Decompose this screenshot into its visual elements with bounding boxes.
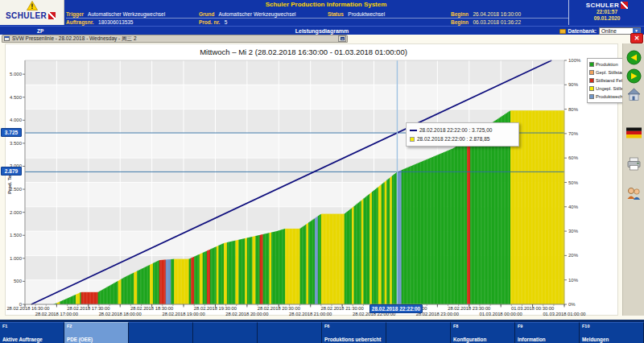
svg-text:40%: 40% (568, 205, 579, 209)
home-icon[interactable] (626, 87, 642, 102)
function-key-bar: F1Aktive AuftraegeF2PDE (OEE)F6Produktio… (0, 320, 644, 343)
clock-box: SCHULER 22:01:57 09.01.2020 (570, 0, 644, 25)
german-flag-icon[interactable] (626, 127, 642, 138)
svg-text:60%: 60% (568, 155, 579, 160)
legend-swatch (589, 78, 594, 83)
svg-text:01.03.2018 00:30:00: 01.03.2018 00:30:00 (511, 306, 554, 311)
window-icon (4, 36, 10, 41)
database-folder-icon (559, 29, 566, 34)
svg-text:4.000: 4.000 (10, 118, 23, 122)
svg-text:28.02.2018 19:30:00: 28.02.2018 19:30:00 (194, 306, 237, 311)
svg-text:2.000: 2.000 (10, 210, 23, 215)
y-axis-cursor-badge: 3.725 (1, 128, 22, 137)
svg-text:5.000: 5.000 (10, 72, 23, 76)
svg-text:28.02.2018 20:00:00: 28.02.2018 20:00:00 (225, 312, 268, 316)
svg-text:28.02.2018 18:00:00: 28.02.2018 18:00:00 (99, 312, 142, 316)
chart-card: 05001.0001.5002.0002.5003.0003.5004.0004… (5, 43, 618, 316)
legend-item: Gepl. Stillstand (589, 68, 625, 76)
field-grund: Grund Automatischer Werkzeugwechsel (199, 11, 296, 17)
schuler-logo-right: SCHULER (570, 2, 644, 9)
page-title: Leistungsdiagramm (0, 28, 644, 34)
fkey-empty[interactable] (386, 322, 451, 343)
legend-swatch (589, 70, 594, 75)
fkey-empty[interactable] (258, 322, 322, 343)
system-title: Schuler Production Information System (193, 1, 459, 8)
tool-strip (622, 43, 644, 316)
svg-text:100%: 100% (568, 58, 581, 63)
restore-button[interactable] (338, 35, 346, 42)
clock-time: 22:01:57 (570, 9, 644, 15)
svg-text:10%: 10% (568, 278, 579, 283)
fkey-f8-button[interactable]: F8Konfiguration (451, 322, 515, 343)
chart-tooltip: 28.02.2018 22:22:00 : 3.725,0028.02.2018… (406, 122, 519, 147)
svg-text:0%: 0% (568, 302, 576, 307)
users-icon[interactable] (626, 186, 642, 201)
legend-label: Produktion (596, 62, 618, 67)
y-axis-cursor-badge: 2.879 (1, 167, 22, 176)
chart-title: Mittwoch – Mi 2 (28.02.2018 16:30:00 - 0… (6, 48, 601, 56)
svg-text:01.03.2018 01:00:00: 01.03.2018 01:00:00 (543, 312, 585, 316)
fkey-f9-button[interactable]: F9Information (515, 322, 580, 343)
fkey-empty[interactable] (193, 322, 258, 343)
svg-text:28.02.2018 21:30:00: 28.02.2018 21:30:00 (321, 306, 364, 311)
database-control: Datenbank: Online ▼ (559, 27, 641, 35)
fkey-f10-button[interactable]: F10Meldungen (580, 322, 644, 343)
svg-text:20%: 20% (568, 253, 579, 258)
header-vertical-divider (568, 0, 569, 25)
legend-swatch (589, 94, 594, 99)
tooltip-row: 28.02.2018 22:22:00 : 3.725,00 (410, 126, 515, 134)
forward-icon[interactable] (626, 68, 642, 84)
svg-text:28.02.2018 23:30:00: 28.02.2018 23:30:00 (448, 306, 490, 311)
svg-text:28.02.2018 16:30:00: 28.02.2018 16:30:00 (6, 306, 49, 311)
field-beginn-1: Beginn 26.04.2018 16:30:00 (451, 11, 521, 17)
schuler-logo-box: SCHULER (0, 0, 64, 25)
legend-swatch (589, 62, 594, 67)
fkey-f1-button[interactable]: F1Aktive Auftraege (0, 322, 64, 343)
performance-chart[interactable]: 05001.0001.5002.0002.5003.0003.5004.0004… (6, 44, 619, 316)
fkey-f2-button[interactable]: F2PDE (OEE) (64, 322, 129, 343)
schuler-mark-icon (48, 12, 56, 19)
x-axis-cursor-badge: 28.02.2018 22:22:00 (369, 304, 423, 313)
app-root: SCHULER Schuler Production Information S… (0, 0, 644, 343)
schuler-logo-text: SCHULER (6, 11, 47, 20)
legend-item: Produktion (589, 60, 625, 68)
svg-text:1.500: 1.500 (10, 233, 23, 238)
database-label: Datenbank: (568, 28, 597, 34)
svg-text:3.500: 3.500 (10, 141, 23, 146)
svg-text:28.02.2018 20:30:00: 28.02.2018 20:30:00 (258, 306, 300, 311)
legend-item: Produktwechsel (589, 93, 625, 101)
svg-text:1.000: 1.000 (10, 256, 23, 261)
svg-text:90%: 90% (568, 82, 579, 87)
database-value: Online (600, 28, 633, 35)
warning-icon (27, 1, 38, 10)
svg-text:500: 500 (14, 279, 23, 283)
clock-date: 09.01.2020 (570, 15, 644, 22)
nav-bar: ZP Leistungsdiagramm Datenbank: Online ▼ (0, 26, 644, 35)
window-title: SVW Pressenlinie - 28.02.2018 - Wednesda… (12, 35, 338, 43)
legend-item: Stillstand Fehler (589, 76, 625, 85)
svg-text:28.02.2018 18:30:00: 28.02.2018 18:30:00 (130, 306, 173, 311)
svg-text:01.03.2018 00:00:00: 01.03.2018 00:00:00 (480, 312, 522, 316)
legend-item: Ungepl. Stillstand (589, 85, 625, 93)
svg-text:28.02.2018 19:00:00: 28.02.2018 19:00:00 (162, 312, 204, 316)
fkey-f6-button[interactable]: F6Produktions uebersicht (322, 322, 386, 343)
svg-text:28.02.2018 17:30:00: 28.02.2018 17:30:00 (67, 306, 109, 311)
field-prodnr: Prod. nr. 5 (199, 19, 227, 25)
legend-swatch (589, 86, 594, 91)
field-trigger: Trigger Automatischer Werkzeugwechsel (66, 11, 165, 17)
tooltip-row: 28.02.2018 22:22:00 : 2.878,85 (410, 134, 515, 143)
field-auftragsnr: Auftragsnr. 180306013535 (66, 19, 133, 25)
svg-text:50%: 50% (568, 180, 579, 185)
field-beginn-2: Beginn 06.03.2018 01:36:22 (451, 19, 521, 25)
window-titlebar[interactable]: SVW Pressenlinie - 28.02.2018 - Wednesda… (2, 35, 348, 43)
svg-text:80%: 80% (568, 107, 579, 112)
svg-text:4.500: 4.500 (10, 95, 23, 100)
svg-text:28.02.2018 21:00:00: 28.02.2018 21:00:00 (289, 312, 332, 316)
fkey-empty[interactable] (129, 322, 193, 343)
print-icon[interactable] (626, 156, 642, 172)
svg-text:70%: 70% (568, 131, 579, 136)
main-content: 05001.0001.5002.0002.5003.0003.5004.0004… (0, 43, 644, 320)
schuler-logo: SCHULER (6, 11, 56, 20)
svg-text:30%: 30% (568, 229, 579, 233)
back-icon[interactable] (626, 50, 642, 65)
